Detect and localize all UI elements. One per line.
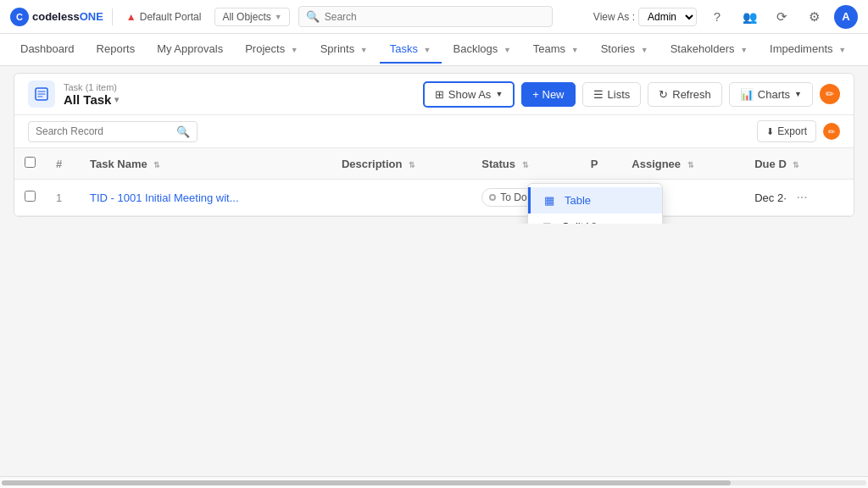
global-search[interactable]: 🔍 (298, 6, 553, 27)
view-as-select[interactable]: Admin (638, 8, 697, 26)
col-assignee[interactable]: Assignee ⇅ (621, 148, 744, 180)
search-input[interactable] (325, 11, 545, 23)
view-as: View As : Admin (593, 8, 697, 26)
search-record-field[interactable]: 🔍 (28, 121, 198, 142)
chevron-down-icon: ▼ (291, 46, 298, 54)
task-title: All Task ▾ (64, 92, 415, 107)
topbar-right: View As : Admin ? 👥 ⟳ ⚙ A (593, 5, 858, 29)
search-icon: 🔍 (176, 125, 190, 138)
portal-icon: ▲ (126, 11, 136, 23)
secnav-item-approvals[interactable]: My Approvals (147, 36, 233, 64)
content-header: Task (1 item) All Task ▾ ⊞ Show As ▼ + N… (14, 74, 854, 115)
chevron-down-icon: ▼ (571, 46, 579, 54)
col-num: # (46, 148, 80, 180)
logo-icon: C (10, 8, 29, 26)
chevron-down-icon: ▼ (794, 90, 802, 98)
view-as-label: View As : (593, 11, 635, 23)
subtoolbar: 🔍 ⬇ Export ✏ (14, 115, 854, 148)
export-button[interactable]: ⬇ Export (757, 120, 816, 142)
show-as-dropdown: ▦ Table ⊟ Split View ▣ Cards ⊞ Kanban ▦ … (527, 183, 663, 224)
sort-icon: ⇅ (687, 161, 694, 169)
search-icon: 🔍 (306, 10, 320, 23)
row-task-name: TID - 1001 Initial Meeting wit... (80, 180, 331, 216)
help-button[interactable]: ? (705, 5, 729, 29)
table-header-row: # Task Name ⇅ Description ⇅ Status ⇅ (14, 148, 854, 180)
col-task-name[interactable]: Task Name ⇅ (80, 148, 331, 180)
task-count: Task (1 item) (64, 82, 415, 92)
chevron-down-icon: ▼ (495, 90, 503, 98)
new-button[interactable]: + New (521, 82, 575, 107)
avatar[interactable]: A (834, 5, 858, 29)
dropdown-item-split-view[interactable]: ⊟ Split View (528, 214, 662, 224)
content-edit-button[interactable]: ✏ (820, 84, 840, 104)
logo-text: codelessONE (32, 10, 103, 23)
portal-button[interactable]: ▲ Default Portal (121, 8, 207, 25)
people-icon: 👥 (743, 10, 757, 24)
people-button[interactable]: 👥 (737, 5, 761, 29)
secnav-item-teams[interactable]: Teams ▼ (523, 36, 589, 64)
topbar: C codelessONE ▲ Default Portal All Objec… (0, 0, 868, 34)
lists-button[interactable]: ☰ Lists (582, 82, 642, 107)
chevron-down-icon: ▼ (641, 46, 648, 54)
show-as-icon: ⊞ (435, 88, 444, 101)
task-table-container: # Task Name ⇅ Description ⇅ Status ⇅ (14, 148, 854, 216)
task-info: Task (1 item) All Task ▾ (64, 82, 415, 107)
table-row: 1 TID - 1001 Initial Meeting wit... To D… (14, 180, 854, 216)
charts-icon: 📊 (740, 88, 754, 101)
secnav-item-backlogs[interactable]: Backlogs ▼ (443, 36, 521, 64)
search-record-input[interactable] (36, 125, 171, 137)
row-due-date: Dec 2· ··· (744, 180, 854, 216)
secnav-item-impediments[interactable]: Impediments ▼ (760, 36, 856, 64)
col-status[interactable]: Status ⇅ (471, 148, 580, 180)
secnav-item-stakeholders[interactable]: Stakeholders ▼ (660, 36, 758, 64)
lists-icon: ☰ (593, 88, 604, 101)
secnav-item-tasks[interactable]: Tasks ▼ (380, 36, 442, 64)
chevron-down-icon: ▼ (360, 46, 368, 54)
charts-button[interactable]: 📊 Charts ▼ (729, 82, 813, 107)
row-checkbox[interactable] (25, 191, 36, 202)
history-button[interactable]: ⟳ (770, 5, 793, 29)
split-view-icon: ⊟ (540, 220, 554, 224)
table-icon: ▦ (542, 194, 556, 207)
subtoolbar-edit-button[interactable]: ✏ (823, 123, 840, 140)
settings-button[interactable]: ⚙ (802, 5, 826, 29)
portal-label: Default Portal (140, 11, 202, 23)
toolbar: ⊞ Show As ▼ + New ☰ Lists ↻ Refresh 📊 (423, 81, 840, 108)
chevron-down-icon: ▼ (740, 46, 748, 54)
row-description (331, 180, 471, 216)
show-as-button[interactable]: ⊞ Show As ▼ (423, 81, 515, 108)
chevron-down-icon: ▼ (275, 13, 282, 21)
all-objects-label: All Objects (222, 11, 270, 23)
refresh-icon: ↻ (659, 88, 668, 101)
task-name-link[interactable]: TID - 1001 Initial Meeting wit... (90, 191, 239, 204)
row-checkbox-cell (14, 180, 46, 216)
content-panel: Task (1 item) All Task ▾ ⊞ Show As ▼ + N… (14, 73, 854, 217)
select-all-checkbox[interactable] (25, 157, 36, 168)
topbar-divider (112, 8, 113, 25)
col-description[interactable]: Description ⇅ (331, 148, 471, 180)
refresh-button[interactable]: ↻ Refresh (648, 82, 722, 107)
settings-icon: ⚙ (809, 9, 820, 25)
dropdown-item-table[interactable]: ▦ Table (528, 187, 662, 214)
col-due-date[interactable]: Due D ⇅ (744, 148, 854, 180)
help-icon: ? (714, 9, 721, 24)
row-actions-button[interactable]: ··· (796, 190, 807, 204)
secnav-item-sprints[interactable]: Sprints ▼ (310, 36, 378, 64)
task-table: # Task Name ⇅ Description ⇅ Status ⇅ (14, 148, 854, 216)
secnav-item-stories[interactable]: Stories ▼ (591, 36, 659, 64)
col-checkbox (14, 148, 46, 180)
task-title-dropdown-icon[interactable]: ▾ (114, 95, 119, 104)
chevron-down-icon: ▼ (504, 46, 511, 54)
all-objects-button[interactable]: All Objects ▼ (214, 8, 289, 26)
chevron-down-icon: ▼ (838, 46, 846, 54)
sort-icon: ⇅ (409, 161, 415, 169)
sort-icon: ⇅ (153, 161, 160, 169)
sort-icon: ⇅ (522, 161, 529, 169)
status-dot-icon (489, 194, 496, 201)
export-icon: ⬇ (766, 126, 774, 137)
secnav-item-reports[interactable]: Reports (86, 36, 146, 64)
secnav-item-dashboard[interactable]: Dashboard (10, 36, 85, 64)
secnav-item-projects[interactable]: Projects ▼ (235, 36, 309, 64)
secnav-item-user-profiles[interactable]: User Profiles ▼ (858, 36, 868, 64)
col-priority: P (581, 148, 622, 180)
